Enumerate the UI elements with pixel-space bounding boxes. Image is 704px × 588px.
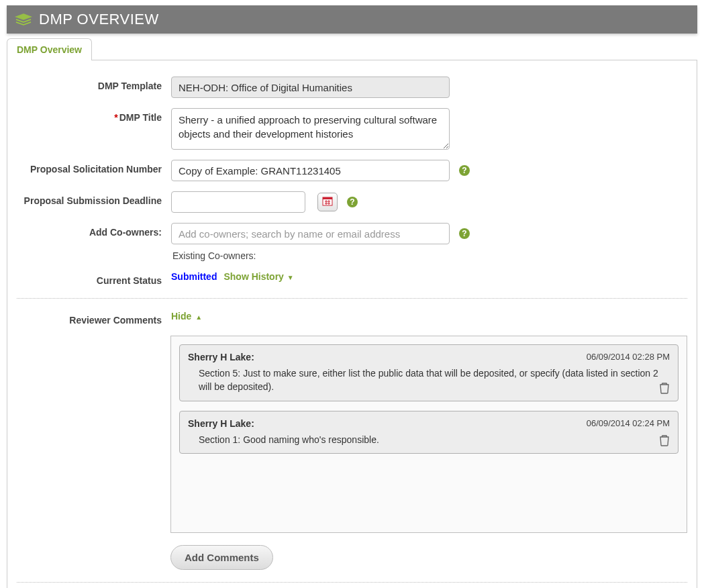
- comment-timestamp: 06/09/2014 02:24 PM: [587, 418, 670, 428]
- comment-author: Sherry H Lake:: [188, 418, 254, 429]
- separator: [17, 582, 687, 583]
- add-comments-label: Add Comments: [185, 552, 259, 563]
- label-deadline: Proposal Submission Deadline: [17, 191, 171, 206]
- solicitation-field[interactable]: [171, 160, 450, 181]
- comment-item: Sherry H Lake: 06/09/2014 02:24 PM Secti…: [179, 411, 678, 454]
- tab-label: DMP Overview: [17, 44, 82, 55]
- comment-body: Section 5: Just to make sure, either lis…: [199, 366, 670, 394]
- label-status: Current Status: [17, 271, 171, 286]
- chevron-down-icon: ▼: [285, 274, 294, 281]
- comment-item: Sherry H Lake: 06/09/2014 02:28 PM Secti…: [179, 344, 678, 401]
- status-value: Submitted: [171, 271, 217, 282]
- dmp-title-field[interactable]: [171, 108, 450, 150]
- comment-author: Sherry H Lake:: [188, 352, 254, 362]
- help-icon[interactable]: ?: [459, 165, 470, 176]
- layers-icon: [15, 13, 32, 26]
- help-icon[interactable]: ?: [347, 197, 358, 207]
- delete-comment-button[interactable]: [659, 434, 671, 448]
- svg-marker-0: [16, 14, 31, 19]
- comment-timestamp: 06/09/2014 02:28 PM: [587, 352, 670, 362]
- label-dmp-title: *DMP Title: [17, 108, 171, 123]
- calendar-icon: [322, 196, 333, 209]
- comment-body: Section 1: Good naming who's responsible…: [199, 433, 670, 446]
- show-history-link[interactable]: Show History ▼: [223, 271, 293, 282]
- label-solicitation: Proposal Solicitation Number: [17, 160, 171, 175]
- required-marker: *: [114, 112, 117, 123]
- svg-rect-2: [323, 197, 332, 199]
- delete-comment-button[interactable]: [659, 382, 671, 395]
- deadline-field[interactable]: [171, 191, 305, 213]
- coowners-field[interactable]: [171, 223, 450, 244]
- dmp-template-field: [171, 77, 450, 98]
- trash-icon: [659, 385, 670, 396]
- hide-comments-link[interactable]: Hide ▲: [171, 311, 202, 322]
- label-reviewer: Reviewer Comments: [17, 311, 171, 326]
- calendar-button[interactable]: [317, 193, 338, 211]
- separator: [17, 298, 687, 299]
- page-title: DMP OVERVIEW: [39, 11, 159, 28]
- help-icon[interactable]: ?: [459, 228, 470, 239]
- trash-icon: [659, 438, 670, 448]
- overview-form: DMP Template *DMP Title Proposal Solicit…: [7, 60, 697, 588]
- tab-dmp-overview[interactable]: DMP Overview: [7, 38, 92, 60]
- label-dmp-template: DMP Template: [17, 77, 171, 91]
- label-coowners: Add Co-owners:: [17, 223, 171, 238]
- tab-strip: DMP Overview: [7, 38, 697, 60]
- page-header: DMP OVERVIEW: [7, 5, 697, 34]
- chevron-up-icon: ▲: [195, 313, 202, 321]
- existing-coowners-label: Existing Co-owners:: [172, 250, 256, 261]
- comments-panel: Sherry H Lake: 06/09/2014 02:28 PM Secti…: [170, 336, 687, 533]
- add-comments-button[interactable]: Add Comments: [170, 545, 273, 570]
